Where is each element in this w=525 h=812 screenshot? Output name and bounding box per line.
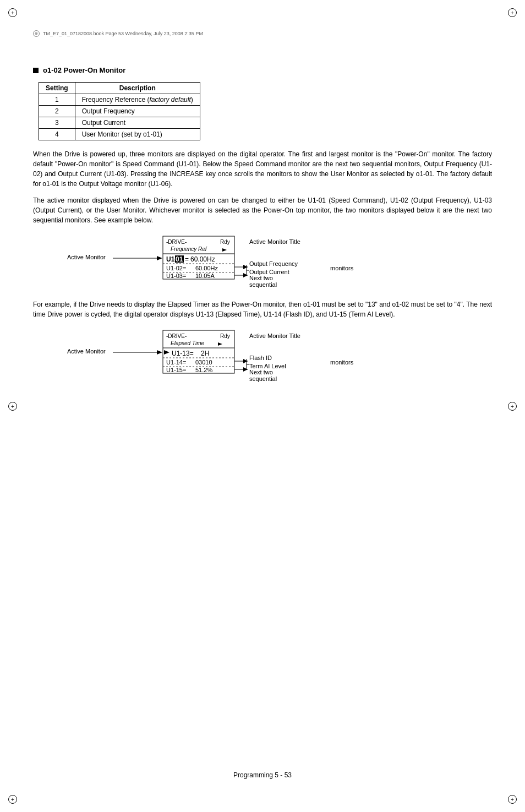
term-ai-arrow-head [243,367,248,372]
u1-03-val: 10.05A [195,273,215,279]
monitors-label-1: monitors [330,265,354,271]
elapsed-time-label: Elapsed Time [171,340,204,346]
desc-2: Output Frequency [75,106,200,117]
active-monitor-label-2: Active Monitor [67,348,106,355]
freq-ref-arrow [222,248,227,252]
registration-mark-tl [8,8,17,17]
table-row: 2 Output Frequency [39,106,200,117]
next-two-label-2: Next two [249,369,273,375]
sequential-label-1: sequential [249,281,277,288]
flash-id-arrow-head [243,359,248,363]
paragraph-3: For example, if the Drive needs to displ… [33,299,492,319]
desc-1: Frequency Reference (factory default) [75,94,200,106]
diagram-2-svg: Active Monitor -DRIVE- Rdy Elapsed Time … [33,326,374,384]
elapsed-arrow [218,342,222,346]
active-monitor-title-label-1: Active Monitor Title [249,238,300,245]
header-icon: ⊕ [33,30,40,37]
u1-15-label: U1-15= [166,367,186,373]
drive-label-2: -DRIVE- [166,333,187,339]
desc-3: Output Current [75,117,200,129]
registration-mark-mr [508,402,517,411]
u1-13-label: U1-13= [172,350,194,357]
registration-mark-ml [8,402,17,411]
settings-table: Setting Description 1 Frequency Referenc… [39,82,200,140]
arrow-head-2 [157,350,162,355]
freq-ref-1: Frequency Ref [171,246,207,252]
desc-4: User Monitor (set by o1-01) [75,129,200,140]
u1-01-val: 60.00Hz [190,255,215,263]
u1-02-label: U1-02= [166,265,186,271]
col-header-description: Description [75,83,200,94]
setting-2: 2 [39,106,75,117]
diagram-2: Active Monitor -DRIVE- Rdy Elapsed Time … [33,326,492,384]
paragraph-1: When the Drive is powered up, three moni… [33,149,492,189]
flash-id-label: Flash ID [249,355,272,361]
u1-13-arrow [164,350,169,355]
sequential-label-2: sequential [249,375,277,382]
u1-14-label: U1-14= [166,359,186,366]
u1-01-num-highlight: 01 [176,255,183,263]
table-row: 1 Frequency Reference (factory default) [39,94,200,106]
arrow-head-1 [157,256,162,260]
section-heading: o1-02 Power-On Monitor [33,66,492,74]
file-header-text: TM_E7_01_07182008.book Page 53 Wednesday… [43,31,203,36]
registration-mark-br [508,795,517,804]
u1-01-eq: = [185,255,189,263]
table-row: 4 User Monitor (set by o1-01) [39,129,200,140]
setting-1: 1 [39,94,75,106]
drive-label-1: -DRIVE- [166,239,187,245]
setting-4: 4 [39,129,75,140]
paragraph-2: The active monitor displayed when the Dr… [33,195,492,225]
rdy-label-2: Rdy [220,333,230,339]
output-frequency-label: Output Frequency [249,260,298,267]
rdy-label-1: Rdy [220,239,230,245]
diagram-1-svg: Active Monitor -DRIVE- Rdy Frequency Ref… [33,232,363,290]
u1-02-val: 60.00Hz [195,265,218,271]
next-two-label-1: Next two [249,275,273,281]
setting-3: 3 [39,117,75,129]
file-header: ⊕ TM_E7_01_07182008.book Page 53 Wednesd… [33,30,203,37]
u1-14-val: 03010 [195,359,212,366]
u1-13-val: 2H [201,350,209,357]
table-row: 3 Output Current [39,117,200,129]
u1-15-val: 51.2% [195,367,212,373]
u1-03-label: U1-03= [166,273,186,279]
registration-mark-bl [8,795,17,804]
section-title: o1-02 Power-On Monitor [43,66,125,74]
footer-text: Programming 5 - 53 [233,771,292,779]
monitors-label-2: monitors [330,359,354,366]
main-content: o1-02 Power-On Monitor Setting Descripti… [33,66,492,384]
col-header-setting: Setting [39,83,75,94]
bullet-icon [33,68,39,73]
page-footer: Programming 5 - 53 [0,771,525,779]
registration-mark-tr [508,8,517,17]
diagram-1: Active Monitor -DRIVE- Rdy Frequency Ref… [33,232,492,290]
active-monitor-label-1: Active Monitor [67,254,106,260]
out-freq-arrow-head [243,265,248,269]
active-monitor-title-label-2: Active Monitor Title [249,333,300,339]
out-curr-arrow-head [243,273,248,277]
